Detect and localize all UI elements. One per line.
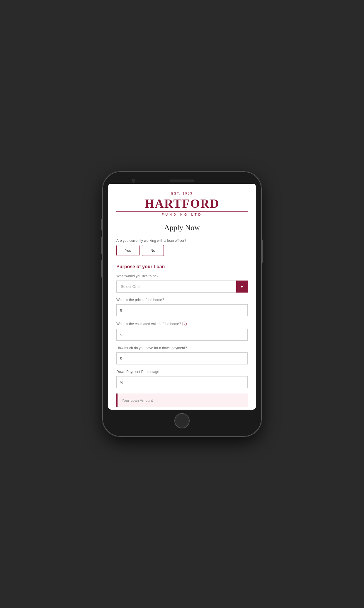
silent-button bbox=[101, 260, 103, 278]
estimated-value-label: What is the estimated value of the home?… bbox=[116, 322, 248, 326]
page-title: Apply Now bbox=[116, 223, 248, 232]
home-price-label: What is the price of the home? bbox=[116, 298, 248, 302]
loan-officer-question: Are you currently working with a loan of… bbox=[116, 239, 248, 243]
volume-up-button bbox=[101, 219, 103, 231]
home-price-input-wrapper: $ bbox=[116, 304, 248, 316]
phone-bottom bbox=[108, 410, 256, 431]
phone-frame: EST. 1983 HARTFORD FUNDING LTD Apply Now… bbox=[103, 172, 261, 436]
loan-amount-box: Your Loan Amount bbox=[116, 393, 248, 407]
home-button[interactable] bbox=[174, 413, 190, 428]
yes-no-row: Yes No bbox=[116, 245, 248, 256]
logo-est: EST. 1983 bbox=[116, 192, 248, 195]
home-price-group: What is the price of the home? $ bbox=[116, 298, 248, 316]
estimated-value-input-wrapper: $ bbox=[116, 329, 248, 341]
down-payment-input-wrapper: $ bbox=[116, 352, 248, 364]
yes-button[interactable]: Yes bbox=[116, 245, 140, 256]
percent-sign: % bbox=[120, 380, 123, 384]
estimated-value-input[interactable] bbox=[116, 329, 248, 341]
down-payment-input[interactable] bbox=[116, 352, 248, 364]
down-payment-dollar-sign: $ bbox=[120, 356, 122, 361]
select-dropdown-button[interactable]: ▾ bbox=[236, 281, 248, 293]
logo-name: HARTFORD bbox=[116, 196, 248, 212]
down-payment-label: How much do you have for a down payment? bbox=[116, 346, 248, 350]
no-button[interactable]: No bbox=[142, 245, 164, 256]
logo-sub: FUNDING LTD bbox=[116, 213, 248, 216]
app-content: EST. 1983 HARTFORD FUNDING LTD Apply Now… bbox=[108, 184, 256, 410]
what-to-do-label: What would you like to do? bbox=[116, 274, 248, 278]
front-camera bbox=[132, 179, 135, 183]
section-title: Purpose of your Loan bbox=[116, 264, 248, 269]
down-payment-pct-group: Down Payment Percentage % bbox=[116, 370, 248, 388]
down-payment-group: How much do you have for a down payment?… bbox=[116, 346, 248, 364]
power-button bbox=[261, 239, 263, 263]
estimated-value-dollar-sign: $ bbox=[120, 332, 122, 337]
chevron-down-icon: ▾ bbox=[241, 284, 243, 289]
home-price-dollar-sign: $ bbox=[120, 308, 122, 313]
down-payment-pct-label: Down Payment Percentage bbox=[116, 370, 248, 374]
home-price-input[interactable] bbox=[116, 304, 248, 316]
phone-screen: EST. 1983 HARTFORD FUNDING LTD Apply Now… bbox=[108, 184, 256, 410]
down-payment-pct-input[interactable] bbox=[116, 376, 248, 388]
loan-purpose-select[interactable]: Select One bbox=[116, 281, 236, 293]
loan-officer-group: Are you currently working with a loan of… bbox=[116, 239, 248, 256]
earpiece-speaker bbox=[170, 180, 194, 182]
loan-purpose-group: What would you like to do? Select One ▾ bbox=[116, 274, 248, 293]
down-payment-pct-input-wrapper: % bbox=[116, 376, 248, 388]
loan-amount-label: Your Loan Amount bbox=[122, 398, 153, 403]
logo-area: EST. 1983 HARTFORD FUNDING LTD bbox=[116, 192, 248, 216]
info-icon[interactable]: i bbox=[182, 322, 187, 326]
volume-down-button bbox=[101, 237, 103, 254]
estimated-value-group: What is the estimated value of the home?… bbox=[116, 322, 248, 341]
phone-top-bar bbox=[108, 177, 256, 184]
select-wrapper: Select One ▾ bbox=[116, 281, 248, 293]
